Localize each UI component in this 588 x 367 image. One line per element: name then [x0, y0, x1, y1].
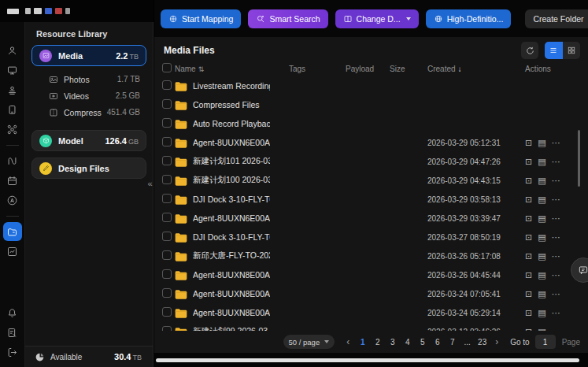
library-item-model[interactable]: Model 126.4GB: [31, 130, 146, 151]
page-number[interactable]: 7: [446, 338, 458, 347]
page-number[interactable]: 6: [431, 338, 443, 347]
sub-item-compressed-files[interactable]: Compressed Files 451.4 GB: [25, 104, 153, 120]
more-actions-icon[interactable]: ⋯: [552, 232, 560, 243]
more-actions-icon[interactable]: ⋯: [552, 289, 560, 299]
page-number[interactable]: 5: [416, 338, 428, 347]
table-row[interactable]: 新邱大唐-FLY-TO-2026-03-26 12:17:... 2026-03…: [154, 247, 588, 265]
page-number[interactable]: ...: [461, 338, 473, 347]
table-row[interactable]: Compressed Files ⊡ ▤ ⋯: [154, 95, 588, 114]
create-folder-button[interactable]: Create Folder: [525, 9, 588, 28]
table-row[interactable]: Agent-8UUXN6E00A0B4W-FLY-TO-... 2026-03-…: [154, 133, 588, 152]
page-number[interactable]: 1: [357, 338, 368, 347]
next-page-button[interactable]: ›: [491, 336, 502, 347]
page-number[interactable]: 4: [401, 338, 413, 347]
device-action-icon[interactable]: ▤: [538, 308, 545, 318]
row-checkbox[interactable]: [162, 175, 172, 184]
prev-page-button[interactable]: ‹: [342, 336, 353, 347]
device-icon[interactable]: [3, 100, 22, 119]
media-library-icon[interactable]: [3, 222, 22, 241]
row-checkbox[interactable]: [162, 194, 172, 203]
row-checkbox[interactable]: [162, 307, 172, 317]
row-checkbox[interactable]: [162, 156, 172, 165]
more-actions-icon[interactable]: ⋯: [552, 138, 560, 148]
dock-station-icon[interactable]: [3, 80, 22, 99]
device-action-icon[interactable]: ▤: [538, 157, 545, 167]
library-item-media[interactable]: Media 2.2TB: [31, 45, 146, 66]
more-actions-icon[interactable]: ⋯: [552, 213, 560, 224]
statistics-icon[interactable]: [3, 242, 22, 261]
flight-log-icon[interactable]: [3, 323, 22, 342]
more-actions-icon[interactable]: ⋯: [552, 157, 560, 167]
table-row[interactable]: Agent-8UUXN8E00A0KNG-FLY-TO-... 2026-03-…: [154, 303, 588, 322]
page-number[interactable]: 3: [386, 338, 398, 347]
more-actions-icon[interactable]: ⋯: [552, 270, 560, 280]
row-checkbox[interactable]: [162, 288, 172, 298]
auto-flight-icon[interactable]: [3, 191, 22, 209]
high-definition-button[interactable]: High-Definitio...: [426, 9, 512, 28]
locate-action-icon[interactable]: ⊡: [525, 308, 532, 318]
table-row[interactable]: 新建计划99 2026-03-12 10:46:26 (U... 2026-03…: [154, 322, 588, 331]
locate-action-icon[interactable]: ⊡: [525, 138, 532, 148]
exit-icon[interactable]: [3, 343, 22, 361]
more-actions-icon[interactable]: ⋯: [552, 176, 560, 186]
table-row[interactable]: DJI Dock 3-10-FLY-TO-2026-03-29 ... 2026…: [154, 190, 588, 209]
smart-search-button[interactable]: Smart Search: [248, 9, 327, 28]
device-action-icon[interactable]: ▤: [538, 213, 545, 224]
refresh-button[interactable]: [521, 42, 538, 59]
locate-action-icon[interactable]: ⊡: [525, 289, 532, 299]
device-action-icon[interactable]: ▤: [538, 289, 545, 299]
row-checkbox[interactable]: [162, 137, 172, 146]
row-checkbox[interactable]: [162, 80, 172, 90]
more-actions-icon[interactable]: ⋯: [552, 308, 560, 318]
start-mapping-button[interactable]: Start Mapping: [161, 9, 241, 28]
library-item-design-files[interactable]: Design Files: [31, 158, 146, 179]
horizontal-scrollbar[interactable]: [156, 358, 579, 362]
table-row[interactable]: Agent-8UUXN6E00A0B4W-FLY-TO-... 2026-03-…: [154, 209, 588, 228]
table-row[interactable]: Agent-8UUXN8E00A0KNG-FLY-TO-... 2026-03-…: [154, 265, 588, 284]
locate-action-icon[interactable]: ⊡: [525, 213, 532, 224]
more-actions-icon[interactable]: ⋯: [552, 195, 560, 205]
row-checkbox[interactable]: [162, 213, 172, 222]
column-created[interactable]: Created↓: [415, 65, 512, 73]
sub-item-photos[interactable]: Photos 1.7 TB: [25, 71, 153, 87]
device-action-icon[interactable]: ▤: [538, 270, 545, 280]
table-row[interactable]: 新建计划101 2026-03-29 11:47:26 (... 2026-03…: [154, 152, 588, 171]
list-view-button[interactable]: [545, 42, 563, 59]
change-detection-button[interactable]: Change D...: [335, 9, 419, 28]
column-name[interactable]: Name⇅: [175, 65, 276, 73]
team-member-icon[interactable]: [3, 41, 22, 60]
task-schedule-icon[interactable]: [3, 171, 22, 190]
page-number[interactable]: 23: [476, 338, 488, 347]
locate-action-icon[interactable]: ⊡: [525, 157, 532, 167]
sort-both-icon[interactable]: ⇅: [198, 65, 205, 73]
table-row[interactable]: 新建计划100 2026-03-29 11:43:14 (... 2026-03…: [154, 171, 588, 190]
vertical-scrollbar[interactable]: [578, 130, 580, 187]
table-row[interactable]: Livestream Recordings ⊡ ▤ ⋯: [154, 76, 588, 95]
row-checkbox[interactable]: [162, 118, 172, 128]
page-number[interactable]: 2: [372, 338, 383, 347]
locate-action-icon[interactable]: ⊡: [525, 251, 532, 261]
row-checkbox[interactable]: [162, 269, 172, 279]
display-icon[interactable]: [3, 61, 22, 80]
page-size-select[interactable]: 50 / page: [283, 335, 335, 349]
collapse-panel-button[interactable]: «: [146, 176, 154, 191]
flight-route-icon[interactable]: [3, 151, 22, 170]
locate-action-icon[interactable]: ⊡: [525, 176, 532, 186]
device-action-icon[interactable]: ▤: [538, 251, 545, 261]
goto-page-input[interactable]: [535, 335, 556, 349]
more-actions-icon[interactable]: ⋯: [552, 251, 560, 261]
locate-action-icon[interactable]: ⊡: [525, 195, 532, 205]
row-checkbox[interactable]: [162, 232, 172, 241]
grid-view-button[interactable]: [563, 42, 581, 59]
table-row[interactable]: DJI Dock 3-10-FLY-TO-2026-03-27 ... 2026…: [154, 228, 588, 247]
row-checkbox[interactable]: [162, 99, 172, 109]
drone-icon[interactable]: [3, 120, 22, 139]
device-action-icon[interactable]: ▤: [538, 195, 545, 205]
device-action-icon[interactable]: ▤: [538, 138, 545, 148]
notification-bell-icon[interactable]: [3, 303, 22, 322]
sort-desc-icon[interactable]: ↓: [458, 65, 462, 73]
locate-action-icon[interactable]: ⊡: [525, 232, 532, 243]
row-checkbox[interactable]: [162, 250, 172, 260]
device-action-icon[interactable]: ▤: [538, 232, 545, 243]
table-row[interactable]: Agent-8UUXN8E00A0KNG-FLY-TO-... 2026-03-…: [154, 284, 588, 303]
